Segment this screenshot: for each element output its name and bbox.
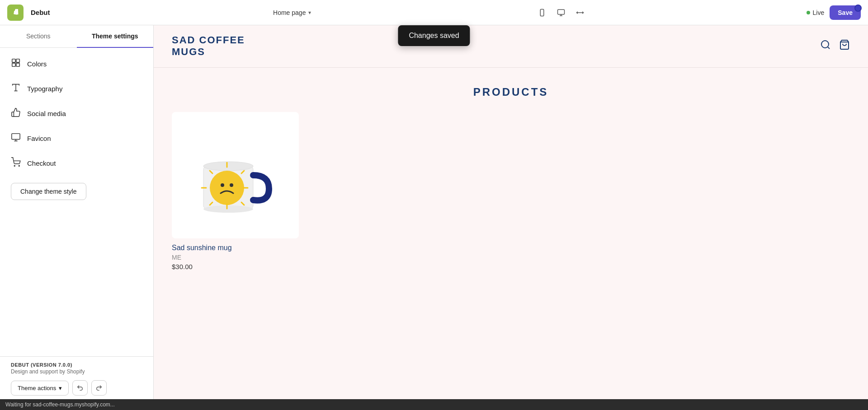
svg-rect-2 <box>558 9 565 14</box>
sidebar-version: DEBUT (VERSION 7.0.0) <box>11 362 142 368</box>
store-logo: SAD COFFEE MUGS <box>172 34 245 58</box>
svg-rect-8 <box>16 63 19 66</box>
top-bar-right: Live Save <box>807 5 861 20</box>
changes-saved-tooltip: Changes saved <box>398 25 470 46</box>
preview-area: Changes saved SAD COFFEE MUGS <box>154 25 868 399</box>
sidebar-footer: DEBUT (VERSION 7.0.0) Design and support… <box>0 356 153 399</box>
sidebar-item-checkout[interactable]: Checkout <box>0 151 153 176</box>
sidebar-item-colors[interactable]: Colors <box>0 51 153 76</box>
top-bar-left: Debut <box>7 5 50 21</box>
sidebar: Sections Theme settings Colors <box>0 25 154 399</box>
top-bar: Debut Home page ▾ Live <box>0 0 868 25</box>
product-card: Sad sunshine mug ME $30.00 <box>172 112 299 270</box>
svg-point-15 <box>19 165 19 166</box>
products-section: PRODUCTS <box>154 68 868 280</box>
store-header-icons <box>820 39 850 53</box>
tab-sections[interactable]: Sections <box>0 25 77 48</box>
svg-point-31 <box>221 183 224 187</box>
typography-icon <box>11 83 21 95</box>
shopify-logo <box>7 5 24 21</box>
svg-rect-6 <box>16 59 19 62</box>
store-logo-line2: MUGS <box>172 46 205 57</box>
favicon-icon <box>11 132 21 144</box>
store-header: SAD COFFEE MUGS <box>154 25 868 68</box>
svg-rect-7 <box>12 63 15 66</box>
products-grid: Sad sunshine mug ME $30.00 <box>172 112 850 270</box>
svg-point-14 <box>14 165 15 166</box>
page-selector[interactable]: Home page ▾ <box>269 6 316 19</box>
product-image-container <box>172 112 299 238</box>
save-button[interactable]: Save <box>830 5 861 20</box>
store-name: Debut <box>31 9 50 16</box>
colors-icon <box>11 58 21 70</box>
svg-rect-5 <box>12 59 15 62</box>
svg-point-22 <box>210 171 244 205</box>
product-price: $30.00 <box>172 263 299 270</box>
sidebar-item-favicon[interactable]: Favicon <box>0 126 153 151</box>
sidebar-item-favicon-label: Favicon <box>27 135 51 142</box>
expand-view-button[interactable] <box>572 5 588 20</box>
mobile-view-button[interactable] <box>534 5 550 20</box>
page-selector-label: Home page <box>273 9 306 16</box>
undo-button[interactable] <box>72 380 88 396</box>
search-icon[interactable] <box>820 39 831 53</box>
svg-point-21 <box>203 162 253 171</box>
change-theme-style-button[interactable]: Change theme style <box>11 183 86 200</box>
store-logo-line1: SAD COFFEE <box>172 34 245 46</box>
svg-point-20 <box>203 205 253 213</box>
status-bar: Waiting for sad-coffee-mugs.myshopify.co… <box>0 399 868 410</box>
product-vendor: ME <box>172 254 299 261</box>
chevron-down-icon: ▾ <box>308 9 311 16</box>
sidebar-support: Design and support by Shopify <box>11 368 142 375</box>
social-media-icon <box>11 107 21 120</box>
live-label: Live <box>813 9 825 16</box>
product-mug-image <box>190 130 280 220</box>
desktop-view-button[interactable] <box>553 5 569 20</box>
status-text: Waiting for sad-coffee-mugs.myshopify.co… <box>5 401 115 408</box>
sidebar-item-checkout-label: Checkout <box>27 159 56 167</box>
sidebar-actions-row: Theme actions ▾ <box>11 380 142 396</box>
tooltip-overlay: Changes saved <box>398 25 470 46</box>
sidebar-item-colors-label: Colors <box>27 60 47 68</box>
sidebar-item-social-media[interactable]: Social media <box>0 101 153 126</box>
sidebar-item-typography[interactable]: Typography <box>0 76 153 101</box>
checkout-icon <box>11 157 21 169</box>
sidebar-item-social-label: Social media <box>27 110 66 117</box>
preview-inner: SAD COFFEE MUGS <box>154 25 868 399</box>
svg-rect-0 <box>540 9 544 16</box>
cart-icon[interactable] <box>839 39 850 53</box>
theme-actions-chevron: ▾ <box>59 385 62 391</box>
sidebar-item-typography-label: Typography <box>27 85 62 93</box>
sidebar-content: Colors Typography <box>0 48 153 356</box>
svg-line-17 <box>828 47 830 49</box>
view-controls <box>534 5 588 20</box>
svg-point-32 <box>230 183 233 187</box>
theme-actions-button[interactable]: Theme actions ▾ <box>11 381 69 396</box>
theme-actions-label: Theme actions <box>18 385 56 391</box>
products-heading: PRODUCTS <box>172 86 850 98</box>
live-dot <box>807 11 810 14</box>
svg-rect-11 <box>12 134 20 140</box>
redo-button[interactable] <box>91 380 107 396</box>
main-layout: Sections Theme settings Colors <box>0 25 868 399</box>
svg-point-16 <box>821 41 829 48</box>
product-name[interactable]: Sad sunshine mug <box>172 244 299 252</box>
live-indicator: Live <box>807 9 825 16</box>
sidebar-tabs: Sections Theme settings <box>0 25 153 48</box>
tab-theme-settings[interactable]: Theme settings <box>77 25 154 48</box>
